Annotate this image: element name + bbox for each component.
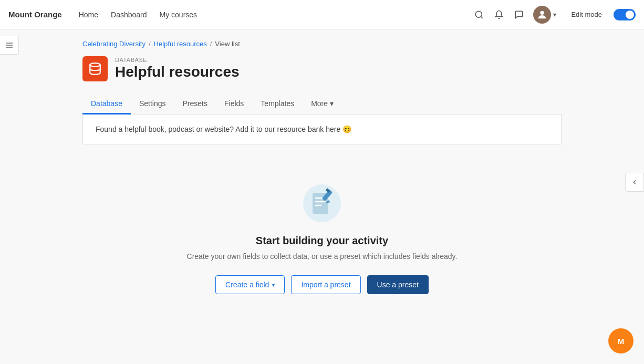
- notifications-icon[interactable]: [493, 9, 505, 20]
- tab-more-chevron: ▾: [330, 99, 334, 108]
- tab-settings[interactable]: Settings: [131, 94, 174, 115]
- svg-line-1: [481, 16, 483, 18]
- tab-presets[interactable]: Presets: [174, 94, 216, 115]
- tab-database[interactable]: Database: [82, 94, 131, 115]
- empty-state: Start building your activity Create your…: [82, 161, 562, 315]
- page-header: DATABASE Helpful resources: [82, 56, 562, 81]
- edit-mode-label: Edit mode: [571, 11, 602, 18]
- tab-templates[interactable]: Templates: [252, 94, 303, 115]
- main-content: Celebrating Diversity / Helpful resource…: [70, 29, 574, 336]
- svg-point-2: [541, 11, 544, 14]
- top-navigation: Mount Orange Home Dashboard My courses: [0, 0, 644, 29]
- topnav-right: ▾ Edit mode: [473, 6, 636, 24]
- avatar: [533, 6, 551, 24]
- breadcrumb: Celebrating Diversity / Helpful resource…: [82, 40, 562, 48]
- database-icon: [82, 56, 108, 81]
- tab-fields[interactable]: Fields: [216, 94, 252, 115]
- info-banner: Found a helpful book, podcast or website…: [82, 115, 562, 144]
- tabs: Database Settings Presets Fields Templat…: [82, 94, 562, 115]
- nav-dashboard[interactable]: Dashboard: [111, 11, 147, 19]
- nav-my-courses[interactable]: My courses: [160, 11, 198, 19]
- page-title: Helpful resources: [115, 63, 240, 81]
- import-preset-label: Import a preset: [301, 280, 350, 289]
- tab-more-label: More: [311, 99, 328, 108]
- breadcrumb-sep-1: /: [149, 40, 151, 48]
- empty-state-actions: Create a field ▾ Import a preset Use a p…: [95, 275, 549, 294]
- nav-links: Home Dashboard My courses: [79, 11, 474, 19]
- svg-text:M: M: [618, 337, 625, 346]
- db-label: DATABASE: [115, 57, 240, 63]
- breadcrumb-sep-2: /: [210, 40, 212, 48]
- create-field-label: Create a field: [225, 280, 269, 289]
- create-field-chevron: ▾: [272, 282, 275, 288]
- moodle-help-icon[interactable]: M: [608, 328, 633, 353]
- sidebar-collapse-button[interactable]: [625, 173, 644, 192]
- messages-icon[interactable]: [513, 9, 525, 20]
- nav-home[interactable]: Home: [79, 11, 98, 19]
- avatar-dropdown-icon: ▾: [553, 11, 556, 18]
- breadcrumb-helpful-resources[interactable]: Helpful resources: [154, 40, 207, 48]
- sidebar-open-button[interactable]: [0, 36, 19, 55]
- breadcrumb-view-list: View list: [215, 40, 240, 48]
- empty-state-description: Create your own fields to collect data, …: [95, 252, 549, 261]
- search-icon[interactable]: [473, 9, 485, 20]
- breadcrumb-celebrating-diversity[interactable]: Celebrating Diversity: [82, 40, 146, 48]
- empty-state-icon: [301, 182, 343, 224]
- user-avatar-wrapper[interactable]: ▾: [533, 6, 556, 24]
- brand-name[interactable]: Mount Orange: [8, 10, 62, 19]
- use-preset-label: Use a preset: [377, 280, 419, 289]
- import-preset-button[interactable]: Import a preset: [291, 275, 360, 294]
- svg-point-6: [90, 63, 100, 67]
- edit-mode-toggle[interactable]: [614, 9, 636, 20]
- info-banner-text: Found a helpful book, podcast or website…: [96, 125, 548, 133]
- tab-more[interactable]: More ▾: [303, 94, 342, 115]
- page-header-text: DATABASE Helpful resources: [115, 57, 240, 81]
- create-field-button[interactable]: Create a field ▾: [215, 275, 285, 294]
- empty-state-title: Start building your activity: [95, 235, 549, 247]
- use-preset-button[interactable]: Use a preset: [367, 275, 429, 294]
- svg-point-0: [476, 11, 482, 17]
